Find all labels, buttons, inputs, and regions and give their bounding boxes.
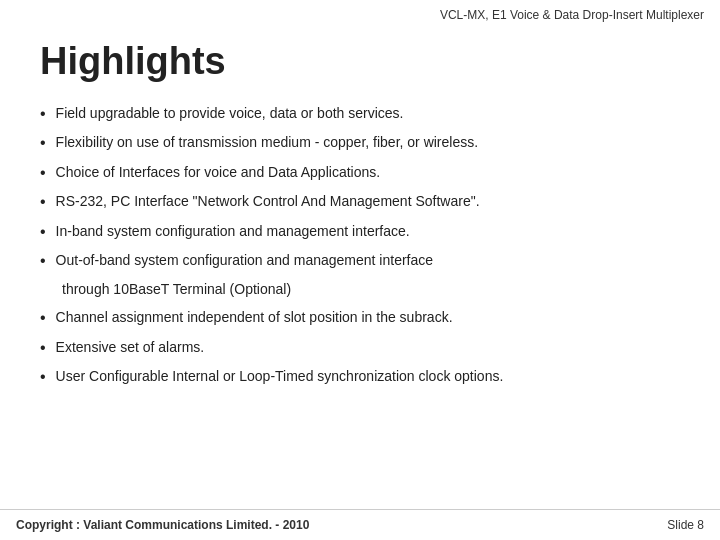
list-item: • In-band system configuration and manag… — [40, 221, 680, 243]
bullet-icon: • — [40, 307, 46, 329]
bullet-icon: • — [40, 191, 46, 213]
list-item-text: RS-232, PC Interface "Network Control An… — [56, 191, 480, 212]
list-item: • Field upgradable to provide voice, dat… — [40, 103, 680, 125]
highlights-list-2: • Channel assignment independent of slot… — [40, 307, 680, 388]
highlights-list: • Field upgradable to provide voice, dat… — [40, 103, 680, 272]
list-item-text: User Configurable Internal or Loop-Timed… — [56, 366, 504, 387]
list-item-text: Field upgradable to provide voice, data … — [56, 103, 404, 124]
footer-slide: Slide 8 — [667, 518, 704, 532]
main-content: Highlights • Field upgradable to provide… — [0, 26, 720, 406]
bullet-icon: • — [40, 366, 46, 388]
list-item: • Channel assignment independent of slot… — [40, 307, 680, 329]
page-title: Highlights — [40, 40, 680, 83]
list-item-text: Out-of-band system configuration and man… — [56, 250, 433, 271]
list-item-text: In-band system configuration and managem… — [56, 221, 410, 242]
sub-indent-text: through 10BaseT Terminal (Optional) — [62, 279, 680, 300]
list-item-text: Channel assignment independent of slot p… — [56, 307, 453, 328]
list-item-text: Extensive set of alarms. — [56, 337, 205, 358]
footer-copyright: Copyright : Valiant Communications Limit… — [16, 518, 309, 532]
list-item: • RS-232, PC Interface "Network Control … — [40, 191, 680, 213]
list-item: • Extensive set of alarms. — [40, 337, 680, 359]
list-item-text: Flexibility on use of transmission mediu… — [56, 132, 479, 153]
footer-bar: Copyright : Valiant Communications Limit… — [0, 509, 720, 540]
bullet-icon: • — [40, 103, 46, 125]
list-item: • Flexibility on use of transmission med… — [40, 132, 680, 154]
header-title: VCL-MX, E1 Voice & Data Drop-Insert Mult… — [440, 8, 704, 22]
bullet-icon: • — [40, 132, 46, 154]
bullet-icon: • — [40, 250, 46, 272]
bullet-icon: • — [40, 221, 46, 243]
list-item-text: Choice of Interfaces for voice and Data … — [56, 162, 381, 183]
list-item: • Choice of Interfaces for voice and Dat… — [40, 162, 680, 184]
list-item: • Out-of-band system configuration and m… — [40, 250, 680, 272]
header-bar: VCL-MX, E1 Voice & Data Drop-Insert Mult… — [0, 0, 720, 26]
bullet-icon: • — [40, 162, 46, 184]
bullet-icon: • — [40, 337, 46, 359]
list-item: • User Configurable Internal or Loop-Tim… — [40, 366, 680, 388]
